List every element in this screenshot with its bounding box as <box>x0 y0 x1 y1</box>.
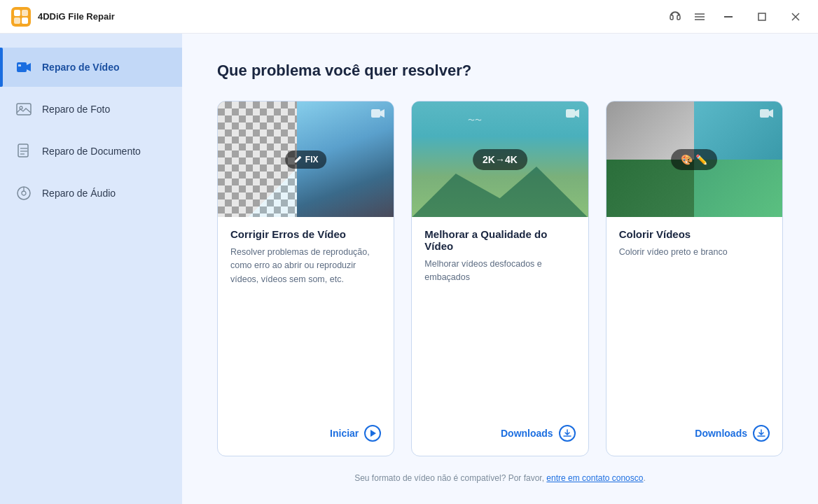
svg-marker-13 <box>27 63 31 71</box>
quality-badge: 2K→4K <box>473 149 527 170</box>
fix-badge: FIX <box>285 150 327 169</box>
sidebar-item-audio-label: Reparo de Áudio <box>42 188 116 199</box>
svg-marker-29 <box>575 109 579 118</box>
svg-rect-2 <box>22 10 28 16</box>
card-colorize-body: Colorir Vídeos Colorir vídeo preto e bra… <box>606 217 782 456</box>
card-fix-errors-body: Corrigir Erros de Vídeo Resolver problem… <box>218 217 394 456</box>
sidebar-item-audio[interactable]: Reparo de Áudio <box>0 174 182 213</box>
card-fix-errors[interactable]: FIX Corrigir Erros de Vídeo Resolver pro… <box>217 101 394 456</box>
document-icon <box>14 141 34 161</box>
video-camera-icon-2 <box>566 108 580 121</box>
card-colorize-action[interactable]: Downloads <box>619 425 770 442</box>
svg-rect-9 <box>758 13 765 20</box>
colorize-badge: 🎨 ✏️ <box>671 149 717 170</box>
download-icon-2 <box>753 425 770 442</box>
card-improve-quality-action[interactable]: Downloads <box>424 425 575 442</box>
svg-rect-15 <box>17 104 31 115</box>
svg-rect-24 <box>371 109 380 118</box>
card-fix-errors-desc: Resolver problemas de reprodução, como e… <box>230 246 381 411</box>
svg-marker-25 <box>380 109 384 118</box>
card-improve-quality-image: 〜〜 2K→4K <box>412 102 588 217</box>
svg-point-16 <box>20 106 22 109</box>
video-camera-icon-3 <box>760 108 774 121</box>
card-colorize-title: Colorir Vídeos <box>619 228 770 240</box>
iniciar-label: Iniciar <box>330 428 359 439</box>
card-fix-errors-image: FIX <box>218 102 394 217</box>
page-title: Que problema você quer resolver? <box>217 62 783 80</box>
svg-rect-3 <box>14 18 20 24</box>
svg-rect-4 <box>22 18 28 24</box>
svg-rect-17 <box>18 144 28 157</box>
card-fix-errors-action[interactable]: Iniciar <box>230 425 381 442</box>
sidebar-item-photo[interactable]: Reparo de Foto <box>0 90 182 129</box>
svg-marker-31 <box>769 109 773 118</box>
app-title: 4DDiG File Repair <box>38 11 668 22</box>
video-camera-icon-1 <box>371 108 385 121</box>
svg-rect-8 <box>724 16 733 18</box>
svg-marker-26 <box>370 430 376 437</box>
footer: Seu formato de vídeo não é compatível? P… <box>217 473 783 483</box>
close-button[interactable] <box>784 6 807 28</box>
app-logo <box>11 7 31 27</box>
svg-rect-0 <box>11 7 31 27</box>
card-colorize-desc: Colorir vídeo preto e branco <box>619 246 770 411</box>
card-colorize-image: 🎨 ✏️ <box>606 102 782 217</box>
audio-icon <box>14 183 34 203</box>
photo-icon <box>14 99 34 119</box>
video-icon <box>14 57 34 77</box>
menu-icon[interactable] <box>693 10 706 23</box>
card-improve-quality-desc: Melhorar vídeos desfocados e embaçados <box>424 258 575 411</box>
card-improve-quality-title: Melhorar a Qualidade do Vídeo <box>424 228 575 252</box>
svg-rect-14 <box>18 64 21 66</box>
sidebar-item-document[interactable]: Reparo de Documento <box>0 132 182 171</box>
footer-text: Seu formato de vídeo não é compatível? P… <box>354 473 546 483</box>
svg-rect-1 <box>14 10 20 16</box>
sidebar-item-document-label: Reparo de Documento <box>42 146 141 157</box>
sidebar: Reparo de Vídeo Reparo de Foto <box>0 34 182 504</box>
svg-rect-28 <box>566 109 575 118</box>
minimize-button[interactable] <box>717 6 740 28</box>
downloads-label-1: Downloads <box>501 428 553 439</box>
svg-rect-30 <box>760 109 769 118</box>
cards-row: FIX Corrigir Erros de Vídeo Resolver pro… <box>217 101 783 456</box>
card-colorize[interactable]: 🎨 ✏️ Colorir Vídeos Colorir vídeo preto … <box>606 101 783 456</box>
content-area: Que problema você quer resolver? FIX <box>182 34 818 504</box>
sidebar-item-video[interactable]: Reparo de Vídeo <box>0 48 182 87</box>
sidebar-item-video-label: Reparo de Vídeo <box>42 62 119 73</box>
svg-point-22 <box>22 191 26 195</box>
main-layout: Reparo de Vídeo Reparo de Foto <box>0 34 818 504</box>
downloads-label-2: Downloads <box>695 428 747 439</box>
footer-link[interactable]: entre em contato conosco <box>546 473 643 483</box>
sidebar-item-photo-label: Reparo de Foto <box>42 104 110 115</box>
headphones-icon[interactable] <box>668 10 682 24</box>
titlebar: 4DDiG File Repair <box>0 0 818 34</box>
card-improve-quality-body: Melhorar a Qualidade do Vídeo Melhorar v… <box>412 217 588 456</box>
start-icon <box>364 425 381 442</box>
svg-rect-12 <box>17 62 27 72</box>
svg-marker-27 <box>412 167 588 217</box>
maximize-button[interactable] <box>751 6 773 28</box>
card-fix-errors-title: Corrigir Erros de Vídeo <box>230 228 381 240</box>
window-controls <box>668 6 807 28</box>
footer-suffix: . <box>643 473 645 483</box>
card-improve-quality[interactable]: 〜〜 2K→4K Melhorar a Qualidade do Vídeo M… <box>411 101 588 456</box>
download-icon-1 <box>559 425 576 442</box>
